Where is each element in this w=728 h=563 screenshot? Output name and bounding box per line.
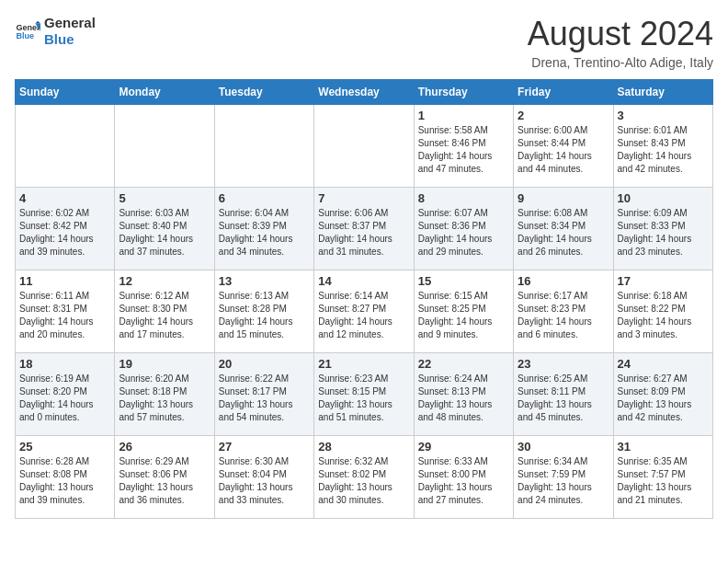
day-number: 31: [618, 440, 709, 454]
calendar-cell: 14Sunrise: 6:14 AM Sunset: 8:27 PM Dayli…: [314, 270, 414, 353]
day-info: Sunrise: 5:58 AM Sunset: 8:46 PM Dayligh…: [418, 124, 509, 176]
day-number: 12: [119, 274, 210, 288]
calendar-cell: 12Sunrise: 6:12 AM Sunset: 8:30 PM Dayli…: [115, 270, 214, 353]
calendar-cell: 5Sunrise: 6:03 AM Sunset: 8:40 PM Daylig…: [115, 188, 214, 270]
calendar-cell: 15Sunrise: 6:15 AM Sunset: 8:25 PM Dayli…: [414, 270, 513, 353]
day-info: Sunrise: 6:27 AM Sunset: 8:09 PM Dayligh…: [618, 373, 709, 424]
calendar-cell: [16, 105, 115, 188]
calendar-cell: 25Sunrise: 6:28 AM Sunset: 8:08 PM Dayli…: [16, 436, 115, 519]
calendar-week-1: 1Sunrise: 5:58 AM Sunset: 8:46 PM Daylig…: [16, 105, 713, 188]
logo-icon: General Blue: [15, 18, 40, 44]
day-info: Sunrise: 6:19 AM Sunset: 8:20 PM Dayligh…: [19, 373, 110, 424]
day-number: 13: [219, 274, 310, 288]
day-number: 29: [418, 440, 509, 454]
calendar-header-row: SundayMondayTuesdayWednesdayThursdayFrid…: [16, 80, 713, 105]
calendar-container: General Blue General Blue August 2024 Dr…: [0, 0, 728, 530]
day-info: Sunrise: 6:02 AM Sunset: 8:42 PM Dayligh…: [19, 207, 110, 259]
day-number: 5: [119, 191, 210, 205]
title-section: August 2024 Drena, Trentino-Alto Adige, …: [528, 15, 713, 70]
day-info: Sunrise: 6:11 AM Sunset: 8:31 PM Dayligh…: [19, 290, 110, 341]
day-number: 16: [518, 274, 609, 288]
day-number: 19: [119, 357, 210, 371]
calendar-cell: 30Sunrise: 6:34 AM Sunset: 7:59 PM Dayli…: [514, 436, 613, 519]
calendar-cell: 22Sunrise: 6:24 AM Sunset: 8:13 PM Dayli…: [414, 353, 513, 436]
day-info: Sunrise: 6:09 AM Sunset: 8:33 PM Dayligh…: [618, 207, 709, 259]
day-info: Sunrise: 6:06 AM Sunset: 8:37 PM Dayligh…: [318, 207, 409, 259]
day-info: Sunrise: 6:13 AM Sunset: 8:28 PM Dayligh…: [219, 290, 310, 341]
column-header-friday: Friday: [514, 80, 613, 105]
calendar-cell: 16Sunrise: 6:17 AM Sunset: 8:23 PM Dayli…: [514, 270, 613, 353]
day-number: 24: [618, 357, 709, 371]
calendar-table: SundayMondayTuesdayWednesdayThursdayFrid…: [15, 79, 713, 519]
day-info: Sunrise: 6:30 AM Sunset: 8:04 PM Dayligh…: [219, 455, 310, 507]
day-number: 2: [518, 109, 609, 122]
column-header-thursday: Thursday: [414, 80, 513, 105]
day-info: Sunrise: 6:34 AM Sunset: 7:59 PM Dayligh…: [518, 455, 609, 507]
calendar-week-3: 11Sunrise: 6:11 AM Sunset: 8:31 PM Dayli…: [16, 270, 713, 353]
day-number: 4: [19, 191, 110, 205]
day-info: Sunrise: 6:22 AM Sunset: 8:17 PM Dayligh…: [219, 373, 310, 424]
calendar-cell: 23Sunrise: 6:25 AM Sunset: 8:11 PM Dayli…: [514, 353, 613, 436]
day-info: Sunrise: 6:23 AM Sunset: 8:15 PM Dayligh…: [318, 373, 409, 424]
day-number: 10: [618, 191, 709, 205]
calendar-week-5: 25Sunrise: 6:28 AM Sunset: 8:08 PM Dayli…: [16, 436, 713, 519]
calendar-cell: [115, 105, 214, 188]
day-info: Sunrise: 6:14 AM Sunset: 8:27 PM Dayligh…: [318, 290, 409, 341]
day-info: Sunrise: 6:32 AM Sunset: 8:02 PM Dayligh…: [318, 455, 409, 507]
calendar-cell: 21Sunrise: 6:23 AM Sunset: 8:15 PM Dayli…: [314, 353, 414, 436]
day-number: 17: [618, 274, 709, 288]
column-header-tuesday: Tuesday: [214, 80, 313, 105]
calendar-cell: 11Sunrise: 6:11 AM Sunset: 8:31 PM Dayli…: [16, 270, 115, 353]
day-number: 15: [418, 274, 509, 288]
day-number: 22: [418, 357, 509, 371]
day-number: 20: [219, 357, 310, 371]
svg-text:Blue: Blue: [16, 31, 34, 40]
day-number: 25: [19, 440, 110, 454]
day-info: Sunrise: 6:04 AM Sunset: 8:39 PM Dayligh…: [219, 207, 310, 259]
day-number: 3: [618, 109, 709, 122]
calendar-week-4: 18Sunrise: 6:19 AM Sunset: 8:20 PM Dayli…: [16, 353, 713, 436]
day-info: Sunrise: 6:33 AM Sunset: 8:00 PM Dayligh…: [418, 455, 509, 507]
location-subtitle: Drena, Trentino-Alto Adige, Italy: [528, 55, 713, 70]
calendar-cell: 10Sunrise: 6:09 AM Sunset: 8:33 PM Dayli…: [613, 188, 712, 270]
calendar-cell: 2Sunrise: 6:00 AM Sunset: 8:44 PM Daylig…: [514, 105, 613, 188]
calendar-cell: 20Sunrise: 6:22 AM Sunset: 8:17 PM Dayli…: [214, 353, 313, 436]
calendar-cell: 6Sunrise: 6:04 AM Sunset: 8:39 PM Daylig…: [214, 188, 313, 270]
day-info: Sunrise: 6:25 AM Sunset: 8:11 PM Dayligh…: [518, 373, 609, 424]
column-header-monday: Monday: [115, 80, 214, 105]
day-info: Sunrise: 6:24 AM Sunset: 8:13 PM Dayligh…: [418, 373, 509, 424]
calendar-cell: 18Sunrise: 6:19 AM Sunset: 8:20 PM Dayli…: [16, 353, 115, 436]
logo: General Blue General Blue: [15, 15, 96, 48]
day-info: Sunrise: 6:29 AM Sunset: 8:06 PM Dayligh…: [119, 455, 210, 507]
day-number: 27: [219, 440, 310, 454]
calendar-cell: 28Sunrise: 6:32 AM Sunset: 8:02 PM Dayli…: [314, 436, 414, 519]
day-number: 30: [518, 440, 609, 454]
column-header-wednesday: Wednesday: [314, 80, 414, 105]
logo-blue: Blue: [44, 31, 96, 48]
column-header-saturday: Saturday: [613, 80, 712, 105]
day-number: 26: [119, 440, 210, 454]
calendar-cell: 4Sunrise: 6:02 AM Sunset: 8:42 PM Daylig…: [16, 188, 115, 270]
calendar-cell: 26Sunrise: 6:29 AM Sunset: 8:06 PM Dayli…: [115, 436, 214, 519]
day-info: Sunrise: 6:03 AM Sunset: 8:40 PM Dayligh…: [119, 207, 210, 259]
day-number: 14: [318, 274, 409, 288]
calendar-cell: 27Sunrise: 6:30 AM Sunset: 8:04 PM Dayli…: [214, 436, 313, 519]
day-number: 11: [19, 274, 110, 288]
day-info: Sunrise: 6:28 AM Sunset: 8:08 PM Dayligh…: [19, 455, 110, 507]
day-info: Sunrise: 6:18 AM Sunset: 8:22 PM Dayligh…: [618, 290, 709, 341]
calendar-cell: 3Sunrise: 6:01 AM Sunset: 8:43 PM Daylig…: [613, 105, 712, 188]
calendar-cell: 19Sunrise: 6:20 AM Sunset: 8:18 PM Dayli…: [115, 353, 214, 436]
day-info: Sunrise: 6:20 AM Sunset: 8:18 PM Dayligh…: [119, 373, 210, 424]
calendar-cell: 8Sunrise: 6:07 AM Sunset: 8:36 PM Daylig…: [414, 188, 513, 270]
calendar-cell: 13Sunrise: 6:13 AM Sunset: 8:28 PM Dayli…: [214, 270, 313, 353]
day-number: 18: [19, 357, 110, 371]
day-number: 9: [518, 191, 609, 205]
logo-general: General: [44, 15, 96, 31]
calendar-cell: 29Sunrise: 6:33 AM Sunset: 8:00 PM Dayli…: [414, 436, 513, 519]
calendar-cell: 31Sunrise: 6:35 AM Sunset: 7:57 PM Dayli…: [613, 436, 712, 519]
day-number: 28: [318, 440, 409, 454]
day-number: 1: [418, 109, 509, 122]
day-number: 8: [418, 191, 509, 205]
day-number: 6: [219, 191, 310, 205]
header: General Blue General Blue August 2024 Dr…: [15, 15, 713, 70]
